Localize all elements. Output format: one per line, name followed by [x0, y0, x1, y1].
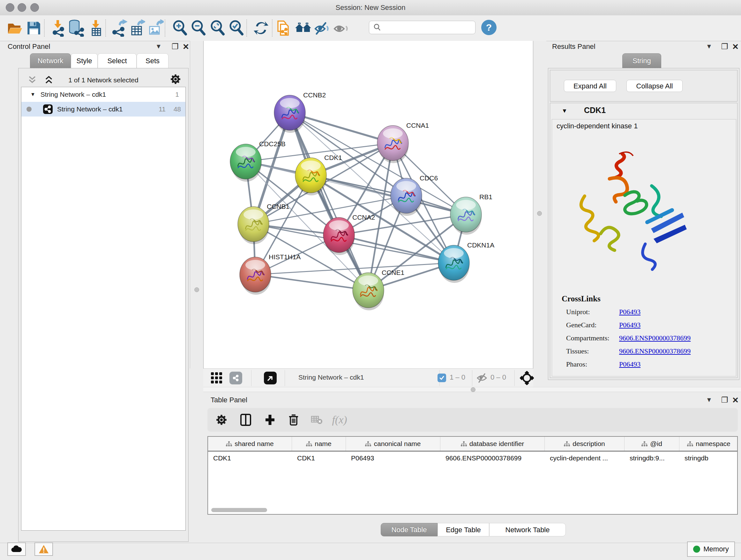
crosslink-link[interactable]: P06493	[619, 321, 641, 329]
node-HIST1H1A[interactable]: HIST1H1A	[240, 253, 300, 295]
zoom-out-icon[interactable]	[190, 19, 208, 37]
table-panel-float-icon[interactable]: ▼	[706, 396, 712, 403]
export-table-icon[interactable]	[128, 19, 145, 37]
table-row[interactable]: CDK1CDK1P064939606.ENSP00000378699cyclin…	[208, 451, 737, 465]
table-cell[interactable]: CDK1	[292, 451, 346, 465]
fit-content-crosshair-icon[interactable]	[520, 371, 534, 386]
import-network-database-icon[interactable]	[67, 19, 85, 37]
tab-network-table[interactable]: Network Table	[489, 523, 566, 537]
crosslink-link[interactable]: P06493	[619, 308, 641, 316]
left-splitter-handle[interactable]	[194, 287, 199, 292]
tab-string[interactable]: String	[622, 53, 661, 68]
control-panel-float-icon[interactable]: ▼	[155, 43, 162, 50]
column-header-namespace[interactable]: namespace	[679, 437, 738, 451]
horizontal-splitter[interactable]	[203, 387, 741, 392]
results-panel-maximize-icon[interactable]: ❐	[721, 42, 728, 51]
import-network-file-icon[interactable]	[49, 19, 67, 37]
refresh-layout-icon[interactable]	[252, 19, 270, 37]
node-CCNE1[interactable]: CCNE1	[353, 269, 404, 310]
search-input[interactable]	[381, 23, 469, 32]
node-CCNB2[interactable]: CCNB2	[274, 91, 326, 133]
column-header-database-identifier[interactable]: database identifier	[441, 437, 545, 451]
node-CCNA1[interactable]: CCNA1	[377, 122, 429, 163]
tab-select[interactable]: Select	[98, 53, 137, 68]
show-all-nodes-icon[interactable]	[294, 19, 312, 37]
zoom-fit-icon[interactable]	[209, 19, 227, 37]
table-cell[interactable]: cyclin-dependent ...	[545, 451, 624, 465]
node-CCNB1[interactable]: CCNB1	[238, 203, 289, 244]
node-CDC25B[interactable]: CDC25B	[230, 140, 286, 182]
node-RB1[interactable]: RB1	[450, 193, 492, 235]
zoom-in-icon[interactable]	[172, 19, 189, 37]
table-cell[interactable]: 9606.ENSP00000378699	[441, 451, 545, 465]
network-overview-share-icon[interactable]	[229, 372, 242, 384]
selected-count-checkbox[interactable]	[437, 374, 446, 382]
import-table-file-icon[interactable]	[87, 19, 105, 37]
add-column-icon[interactable]	[262, 412, 278, 428]
table-cell[interactable]: stringdb:9...	[624, 451, 679, 465]
memory-button[interactable]: Memory	[687, 542, 735, 557]
cloud-status-button[interactable]	[7, 543, 26, 556]
node-CCNA2[interactable]: CCNA2	[323, 213, 375, 255]
node-CDC6[interactable]: CDC6	[391, 174, 438, 216]
network-collection-row[interactable]: ▼ String Network – cdk1 1	[21, 87, 185, 102]
show-columns-icon[interactable]	[238, 412, 254, 428]
open-in-new-window-icon[interactable]	[264, 372, 277, 384]
collapse-all-button[interactable]: Collapse All	[626, 80, 683, 92]
right-splitter[interactable]	[533, 41, 546, 368]
help-button[interactable]: ?	[481, 20, 496, 35]
column-header-@id[interactable]: @id	[624, 437, 679, 451]
crosslink-row-pharos: Pharos:P06493	[566, 360, 732, 368]
crosslink-link[interactable]: 9606.ENSP00000378699	[619, 347, 690, 355]
control-panel-close-icon[interactable]: ✕	[183, 42, 189, 51]
column-header-canonical-name[interactable]: canonical name	[346, 437, 441, 451]
expand-all-button[interactable]: Expand All	[564, 80, 616, 92]
tab-network[interactable]: Network	[30, 53, 71, 68]
node-CDKN1A[interactable]: CDKN1A	[438, 241, 494, 283]
open-file-icon[interactable]	[6, 19, 23, 37]
zoom-selected-icon[interactable]	[228, 19, 246, 37]
network-options-gear-icon[interactable]	[170, 73, 181, 86]
show-selected-icon[interactable]	[332, 19, 350, 37]
left-splitter[interactable]	[190, 41, 204, 368]
warning-status-button[interactable]	[35, 543, 53, 556]
tab-edge-table[interactable]: Edge Table	[437, 523, 489, 537]
node-table[interactable]: shared namenamecanonical namedatabase id…	[207, 436, 738, 515]
tab-node-table[interactable]: Node Table	[381, 523, 437, 537]
tab-sets[interactable]: Sets	[137, 53, 169, 68]
table-cell[interactable]: P06493	[346, 451, 441, 465]
collection-expand-icon[interactable]: ▼	[30, 91, 36, 98]
table-cell[interactable]: CDK1	[208, 451, 292, 465]
table-panel-close-icon[interactable]: ✕	[732, 395, 739, 405]
results-panel-float-icon[interactable]: ▼	[706, 43, 712, 50]
right-splitter-handle[interactable]	[537, 211, 542, 216]
control-panel-maximize-icon[interactable]: ❐	[172, 42, 179, 51]
horizontal-splitter-handle[interactable]	[471, 387, 475, 392]
save-session-icon[interactable]	[25, 19, 43, 37]
network-row[interactable]: String Network – cdk1 11 48	[21, 102, 185, 117]
crosslink-link[interactable]: P06493	[619, 360, 641, 368]
duplicate-network-icon[interactable]	[275, 19, 293, 37]
export-network-icon[interactable]	[110, 19, 128, 37]
table-horizontal-scrollbar[interactable]	[211, 508, 267, 512]
edge-CCNB2-CCNE1[interactable]	[290, 113, 368, 290]
table-cell[interactable]: stringdb	[679, 451, 738, 465]
string-network-graph[interactable]: CCNB2CCNA1CDC25BCDK1CDC6RB1CCNB1CCNA2CDK…	[204, 41, 533, 368]
hidden-eye-slash-icon[interactable]	[476, 373, 487, 384]
column-header-shared-name[interactable]: shared name	[208, 437, 292, 451]
tab-style[interactable]: Style	[71, 53, 98, 68]
table-gear-icon[interactable]	[213, 412, 230, 428]
column-header-name[interactable]: name	[292, 437, 346, 451]
crosslink-link[interactable]: 9606.ENSP00000378699	[619, 334, 690, 342]
results-panel-close-icon[interactable]: ✕	[732, 42, 739, 51]
toolbar-search-box[interactable]	[369, 21, 475, 34]
delete-column-icon[interactable]	[285, 412, 302, 428]
network-view-canvas[interactable]: CCNB2CCNA1CDC25BCDK1CDC6RB1CCNB1CCNA2CDK…	[203, 41, 533, 368]
hide-selected-icon[interactable]	[313, 19, 331, 37]
birds-eye-view-icon[interactable]	[211, 372, 222, 385]
gene-collapse-icon[interactable]: ▼	[562, 108, 567, 114]
column-header-description[interactable]: description	[545, 437, 624, 451]
table-panel-maximize-icon[interactable]: ❐	[721, 395, 728, 405]
edge-CCNE1-HIST1H1A[interactable]	[255, 274, 368, 290]
export-image-icon[interactable]	[146, 19, 164, 37]
